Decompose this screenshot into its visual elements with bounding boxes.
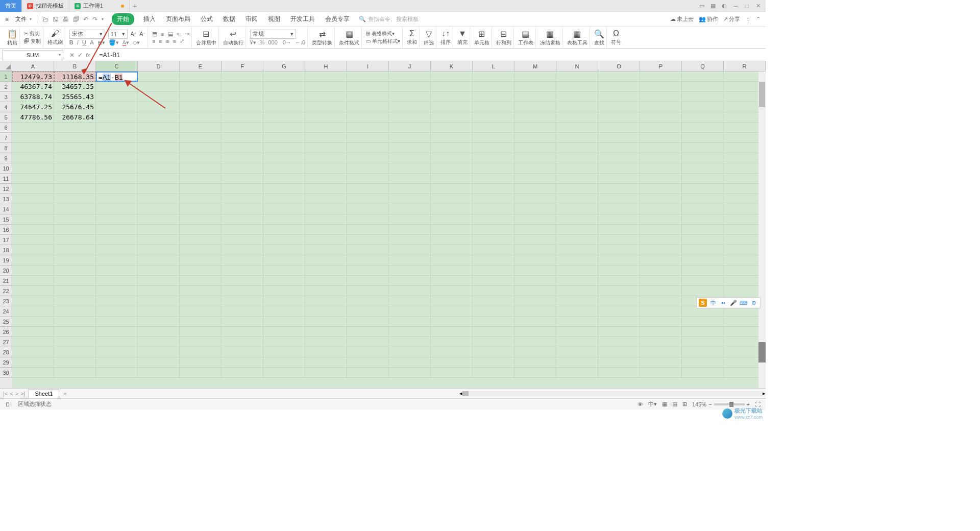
cell-G21[interactable] (263, 276, 305, 286)
font-size-select[interactable]: 11▾ (108, 30, 128, 39)
cell-C20[interactable] (96, 266, 138, 276)
cell-K23[interactable] (431, 296, 473, 306)
cell-C17[interactable] (96, 235, 138, 245)
cell-P26[interactable] (640, 327, 682, 337)
cell-H14[interactable] (305, 204, 347, 214)
row-header-12[interactable]: 12 (0, 184, 12, 194)
cell-C3[interactable] (96, 92, 138, 102)
cell-G17[interactable] (263, 235, 305, 245)
cell-E14[interactable] (180, 204, 222, 214)
cell-M14[interactable] (514, 204, 556, 214)
cell-K29[interactable] (431, 357, 473, 368)
cell-I11[interactable] (347, 174, 389, 184)
cell-N6[interactable] (556, 123, 598, 133)
cell-Q21[interactable] (682, 276, 724, 286)
fx-icon[interactable]: fx (86, 52, 90, 58)
align-right-icon[interactable]: ≡ (166, 38, 169, 44)
cell-A1[interactable]: 12479.73 (12, 71, 54, 82)
sort-button[interactable]: ↓↑排序 (440, 29, 451, 46)
row-header-17[interactable]: 17 (0, 235, 12, 245)
cell-M21[interactable] (514, 276, 556, 286)
cell-N20[interactable] (556, 266, 598, 276)
cell-G14[interactable] (263, 204, 305, 214)
cell-L3[interactable] (473, 92, 514, 102)
cell-I3[interactable] (347, 92, 389, 102)
cell-E19[interactable] (180, 255, 222, 266)
cell-Q25[interactable] (682, 317, 724, 327)
cell-F29[interactable] (222, 357, 263, 368)
cell-F10[interactable] (222, 163, 263, 174)
cell-K4[interactable] (431, 102, 473, 112)
format-painter-button[interactable]: 🖌 格式刷 (47, 29, 63, 46)
cell-O16[interactable] (598, 225, 640, 235)
cell-Q6[interactable] (682, 123, 724, 133)
undo-icon[interactable]: ↶ (83, 16, 88, 23)
cell-E3[interactable] (180, 92, 222, 102)
cell-G28[interactable] (263, 347, 305, 357)
cell-C5[interactable] (96, 112, 138, 123)
cell-J12[interactable] (389, 184, 431, 194)
align-middle-icon[interactable]: ≡ (161, 31, 164, 37)
col-header-D[interactable]: D (138, 61, 180, 71)
cell-F11[interactable] (222, 174, 263, 184)
cell-G12[interactable] (263, 184, 305, 194)
ribbon-tab-start[interactable]: 开始 (112, 13, 134, 25)
cell-O11[interactable] (598, 174, 640, 184)
ime-lang[interactable]: 中 (709, 299, 717, 307)
cell-E13[interactable] (180, 194, 222, 204)
paste-button[interactable]: 📋 粘贴 (7, 29, 17, 46)
cell-O4[interactable] (598, 102, 640, 112)
cell-F22[interactable] (222, 286, 263, 296)
italic-button[interactable]: I (77, 39, 79, 45)
cell-Q4[interactable] (682, 102, 724, 112)
cell-D4[interactable] (138, 102, 180, 112)
cell-F12[interactable] (222, 184, 263, 194)
cell-I27[interactable] (347, 337, 389, 347)
cell-M8[interactable] (514, 143, 556, 153)
close-button[interactable]: ✕ (754, 3, 762, 10)
cell-Q19[interactable] (682, 255, 724, 266)
align-bottom-icon[interactable]: ⬓ (168, 31, 173, 37)
cell-C15[interactable] (96, 214, 138, 225)
cell-L11[interactable] (473, 174, 514, 184)
cell-N3[interactable] (556, 92, 598, 102)
cut-button[interactable]: ✂ 剪切 (24, 30, 40, 37)
cell-F21[interactable] (222, 276, 263, 286)
symbol-button[interactable]: Ω符号 (611, 29, 621, 46)
cells-button[interactable]: ⊞单元格 (474, 29, 489, 46)
col-header-G[interactable]: G (263, 61, 305, 71)
cell-Q30[interactable] (682, 368, 724, 378)
file-menu[interactable]: 文件 (15, 15, 27, 23)
cell-O9[interactable] (598, 153, 640, 163)
cell-P22[interactable] (640, 286, 682, 296)
cell-L14[interactable] (473, 204, 514, 214)
percent-icon[interactable]: % (260, 39, 265, 45)
more-icon[interactable]: ⋮ (745, 16, 751, 22)
cell-I26[interactable] (347, 327, 389, 337)
font-name-select[interactable]: 宋体▾ (69, 30, 105, 39)
cell-O28[interactable] (598, 347, 640, 357)
cell-J15[interactable] (389, 214, 431, 225)
cell-O7[interactable] (598, 133, 640, 143)
cell-H16[interactable] (305, 225, 347, 235)
cell-L4[interactable] (473, 102, 514, 112)
cell-O14[interactable] (598, 204, 640, 214)
cell-B2[interactable]: 34657.35 (54, 82, 96, 92)
cell-J28[interactable] (389, 347, 431, 357)
cell-G16[interactable] (263, 225, 305, 235)
copy-button[interactable]: 🗐 复制 (24, 38, 41, 45)
cell-O2[interactable] (598, 82, 640, 92)
cell-P7[interactable] (640, 133, 682, 143)
cell-D16[interactable] (138, 225, 180, 235)
cell-O25[interactable] (598, 317, 640, 327)
cell-M12[interactable] (514, 184, 556, 194)
cell-J4[interactable] (389, 102, 431, 112)
cell-L12[interactable] (473, 184, 514, 194)
cell-I6[interactable] (347, 123, 389, 133)
cell-H18[interactable] (305, 245, 347, 255)
cell-C10[interactable] (96, 163, 138, 174)
cell-D18[interactable] (138, 245, 180, 255)
cell-J29[interactable] (389, 357, 431, 368)
cell-D24[interactable] (138, 306, 180, 317)
row-header-29[interactable]: 29 (0, 357, 12, 368)
